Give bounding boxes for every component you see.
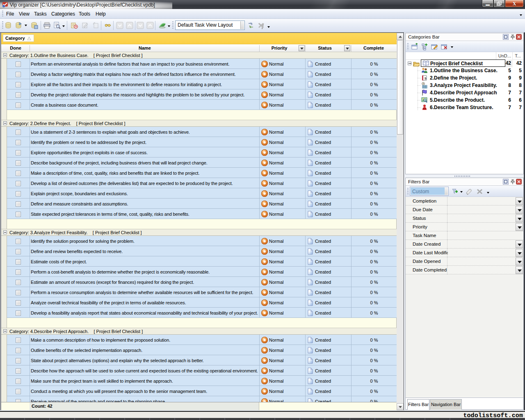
- svg-text:5: 5: [425, 77, 427, 80]
